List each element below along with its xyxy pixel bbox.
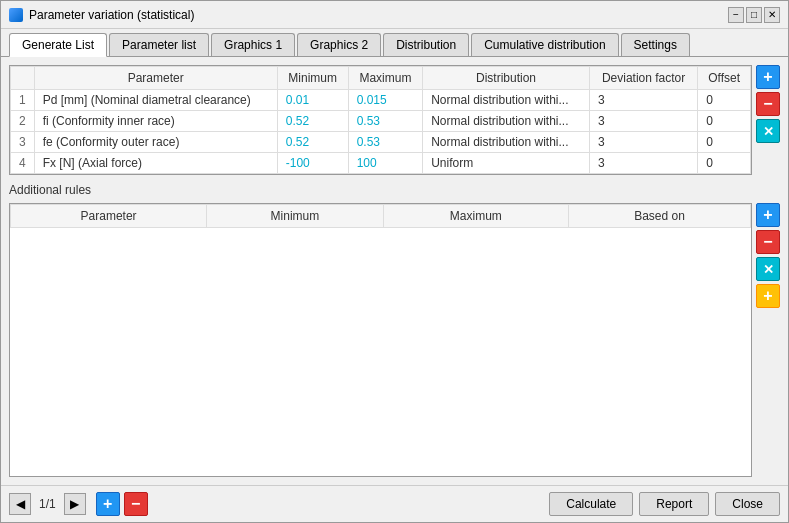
close-button[interactable]: Close bbox=[715, 492, 780, 516]
maximize-button[interactable]: □ bbox=[746, 7, 762, 23]
row-minimum: 0.01 bbox=[277, 90, 348, 111]
tab-parameter-list[interactable]: Parameter list bbox=[109, 33, 209, 56]
col-header-deviation: Deviation factor bbox=[589, 67, 697, 90]
window-title: Parameter variation (statistical) bbox=[29, 8, 194, 22]
row-minimum: 0.52 bbox=[277, 111, 348, 132]
col-header-maximum: Maximum bbox=[348, 67, 423, 90]
minimize-button[interactable]: − bbox=[728, 7, 744, 23]
main-window: Parameter variation (statistical) − □ ✕ … bbox=[0, 0, 789, 523]
main-content: Parameter Minimum Maximum Distribution D… bbox=[1, 57, 788, 485]
add-col-header-based-on: Based on bbox=[569, 205, 751, 228]
additional-rules-section: Additional rules Parameter Minimum Maxim… bbox=[9, 183, 780, 477]
row-distribution: Normal distribution withi... bbox=[423, 111, 590, 132]
title-bar-controls: − □ ✕ bbox=[728, 7, 780, 23]
nav-next-button[interactable]: ▶ bbox=[64, 493, 86, 515]
tab-graphics-1[interactable]: Graphics 1 bbox=[211, 33, 295, 56]
main-table-container: Parameter Minimum Maximum Distribution D… bbox=[9, 65, 752, 175]
bottom-left: ◀ 1/1 ▶ + − bbox=[9, 492, 148, 516]
main-table: Parameter Minimum Maximum Distribution D… bbox=[10, 66, 751, 174]
additional-clear-button[interactable]: ✕ bbox=[756, 257, 780, 281]
report-button[interactable]: Report bbox=[639, 492, 709, 516]
bottom-right: Calculate Report Close bbox=[549, 492, 780, 516]
additional-table-wrapper: Parameter Minimum Maximum Based on + − bbox=[9, 203, 780, 477]
table-row[interactable]: 4Fx [N] (Axial force)-100100Uniform30 bbox=[11, 153, 751, 174]
bottom-bar: ◀ 1/1 ▶ + − Calculate Report Close bbox=[1, 485, 788, 522]
additional-add-button[interactable]: + bbox=[756, 203, 780, 227]
col-header-empty bbox=[11, 67, 35, 90]
row-distribution: Normal distribution withi... bbox=[423, 90, 590, 111]
nav-remove-button[interactable]: − bbox=[124, 492, 148, 516]
row-maximum: 0.53 bbox=[348, 111, 423, 132]
row-minimum: -100 bbox=[277, 153, 348, 174]
table-row[interactable]: 1Pd [mm] (Nominal diametral clearance)0.… bbox=[11, 90, 751, 111]
calculate-button[interactable]: Calculate bbox=[549, 492, 633, 516]
additional-table-container: Parameter Minimum Maximum Based on bbox=[9, 203, 752, 477]
additional-side-buttons: + − ✕ + bbox=[756, 203, 780, 477]
row-offset: 0 bbox=[698, 132, 751, 153]
row-parameter: Pd [mm] (Nominal diametral clearance) bbox=[34, 90, 277, 111]
col-header-offset: Offset bbox=[698, 67, 751, 90]
row-maximum: 0.53 bbox=[348, 132, 423, 153]
row-distribution: Normal distribution withi... bbox=[423, 132, 590, 153]
close-window-button[interactable]: ✕ bbox=[764, 7, 780, 23]
row-minimum: 0.52 bbox=[277, 132, 348, 153]
row-distribution: Uniform bbox=[423, 153, 590, 174]
nav-add-button[interactable]: + bbox=[96, 492, 120, 516]
tab-distribution[interactable]: Distribution bbox=[383, 33, 469, 56]
main-remove-button[interactable]: − bbox=[756, 92, 780, 116]
tab-bar: Generate List Parameter list Graphics 1 … bbox=[1, 29, 788, 57]
main-side-buttons: + − ✕ bbox=[756, 65, 780, 175]
window-icon bbox=[9, 8, 23, 22]
row-index: 4 bbox=[11, 153, 35, 174]
row-deviation-factor: 3 bbox=[589, 153, 697, 174]
row-deviation-factor: 3 bbox=[589, 111, 697, 132]
tab-settings[interactable]: Settings bbox=[621, 33, 690, 56]
row-parameter: fi (Conformity inner race) bbox=[34, 111, 277, 132]
title-bar: Parameter variation (statistical) − □ ✕ bbox=[1, 1, 788, 29]
page-info: 1/1 bbox=[35, 497, 60, 511]
row-parameter: Fx [N] (Axial force) bbox=[34, 153, 277, 174]
title-bar-left: Parameter variation (statistical) bbox=[9, 8, 194, 22]
col-header-minimum: Minimum bbox=[277, 67, 348, 90]
add-col-header-maximum: Maximum bbox=[383, 205, 568, 228]
row-index: 3 bbox=[11, 132, 35, 153]
main-table-header-row: Parameter Minimum Maximum Distribution D… bbox=[11, 67, 751, 90]
additional-special-button[interactable]: + bbox=[756, 284, 780, 308]
table-row[interactable]: 3fe (Conformity outer race)0.520.53Norma… bbox=[11, 132, 751, 153]
tab-cumulative-distribution[interactable]: Cumulative distribution bbox=[471, 33, 618, 56]
additional-table: Parameter Minimum Maximum Based on bbox=[10, 204, 751, 228]
row-offset: 0 bbox=[698, 90, 751, 111]
row-deviation-factor: 3 bbox=[589, 132, 697, 153]
main-table-section: Parameter Minimum Maximum Distribution D… bbox=[9, 65, 780, 175]
row-parameter: fe (Conformity outer race) bbox=[34, 132, 277, 153]
table-row[interactable]: 2fi (Conformity inner race)0.520.53Norma… bbox=[11, 111, 751, 132]
main-clear-button[interactable]: ✕ bbox=[756, 119, 780, 143]
tab-graphics-2[interactable]: Graphics 2 bbox=[297, 33, 381, 56]
additional-table-header-row: Parameter Minimum Maximum Based on bbox=[11, 205, 751, 228]
row-index: 2 bbox=[11, 111, 35, 132]
nav-prev-button[interactable]: ◀ bbox=[9, 493, 31, 515]
tab-generate-list[interactable]: Generate List bbox=[9, 33, 107, 57]
row-index: 1 bbox=[11, 90, 35, 111]
additional-remove-button[interactable]: − bbox=[756, 230, 780, 254]
add-col-header-parameter: Parameter bbox=[11, 205, 207, 228]
row-maximum: 100 bbox=[348, 153, 423, 174]
col-header-parameter: Parameter bbox=[34, 67, 277, 90]
col-header-distribution: Distribution bbox=[423, 67, 590, 90]
row-offset: 0 bbox=[698, 111, 751, 132]
additional-rules-label: Additional rules bbox=[9, 183, 780, 197]
main-add-button[interactable]: + bbox=[756, 65, 780, 89]
row-maximum: 0.015 bbox=[348, 90, 423, 111]
add-col-header-minimum: Minimum bbox=[207, 205, 383, 228]
row-deviation-factor: 3 bbox=[589, 90, 697, 111]
row-offset: 0 bbox=[698, 153, 751, 174]
